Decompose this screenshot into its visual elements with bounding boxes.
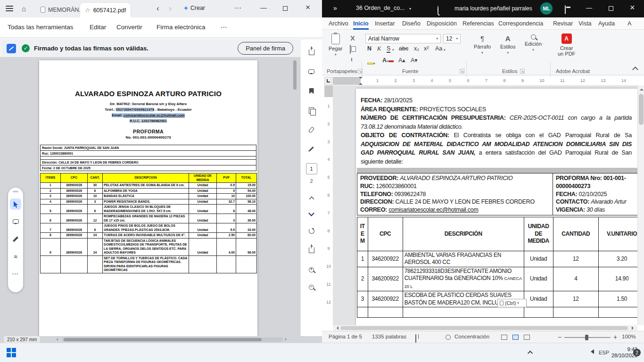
underline-options-icon[interactable]: ▾ (392, 48, 394, 52)
zoom-level[interactable]: 100% (622, 334, 636, 339)
signature-panel-icon[interactable] (7, 44, 16, 53)
scroll-right-icon[interactable]: › (285, 336, 287, 342)
hidden-icons-chevron[interactable] (528, 351, 533, 356)
scroll-left-icon[interactable] (335, 326, 339, 330)
grow-font-button[interactable]: A▴ (398, 57, 405, 64)
tab-selector[interactable] (324, 77, 332, 85)
clipboard-dialog-launcher[interactable]: ↘ (358, 69, 363, 74)
next-page-icon[interactable] (305, 206, 318, 220)
maximize-button[interactable] (283, 6, 288, 11)
scrollbar-thumb[interactable] (293, 60, 297, 90)
pdf-horizontal-scrollbar[interactable] (62, 337, 283, 342)
word-count[interactable]: 1335 palabras (372, 334, 406, 339)
tab-acrobat[interactable]: A (627, 17, 631, 30)
account-name[interactable]: maria lourdes peñafiel parrales (454, 5, 532, 12)
font-color-button[interactable]: A▾ (382, 56, 394, 64)
font-dialog-launcher[interactable]: ↘ (460, 69, 464, 74)
styles-gallery-button[interactable]: A Estilos ▾ (500, 34, 515, 55)
scroll-left-icon[interactable]: ‹ (57, 336, 58, 342)
scrollbar-thumb[interactable] (340, 326, 628, 330)
font-name-select[interactable]: Arial Narrow▾ (365, 34, 441, 43)
notification-badge[interactable]: 2 (633, 349, 641, 356)
text-highlight-button[interactable]: ▾ (367, 58, 375, 66)
word-horizontal-scrollbar[interactable] (333, 325, 637, 331)
attachments-icon[interactable] (305, 123, 318, 136)
web-layout-icon[interactable] (524, 335, 530, 340)
create-button[interactable]: + Crear (184, 4, 205, 12)
close-button[interactable]: × (305, 3, 310, 12)
tab-revisar[interactable]: Revisar (553, 17, 573, 30)
read-mode-icon[interactable] (501, 335, 507, 340)
paragraph-group-button[interactable]: ¶ Párrafo ▾ (474, 34, 491, 55)
word-page[interactable]: FECHA: 28/10/2025 ÁREA REQUIRENTE: PROYE… (356, 89, 637, 325)
comment-tool[interactable] (10, 216, 21, 227)
title-dropdown-icon[interactable]: ▾ (409, 7, 411, 11)
select-tool[interactable] (10, 198, 21, 210)
italic-button[interactable]: K (377, 45, 381, 52)
back-icon[interactable]: ‹ (157, 4, 159, 13)
first-line-indent-marker[interactable] (359, 77, 363, 81)
menu-icon[interactable] (6, 6, 13, 11)
zoom-in-button[interactable]: + (613, 333, 617, 341)
horizontal-ruler[interactable]: 1 2 3 4 5 6 7 8 9 10 11 12 13 14 (333, 77, 637, 85)
minimize-button[interactable]: — (260, 4, 267, 11)
collapse-ribbon-icon[interactable] (632, 66, 638, 73)
tab-vista[interactable]: Vista (578, 17, 592, 30)
start-button[interactable] (3, 345, 20, 361)
tab-inicio[interactable]: Inicio (353, 17, 369, 30)
styles-dialog-launcher[interactable]: ↘ (520, 69, 525, 74)
word-vertical-scrollbar[interactable] (637, 85, 644, 325)
quick-access-overflow-icon[interactable]: » (333, 4, 337, 12)
change-case-button[interactable]: Aa (435, 45, 442, 52)
tab-insertar[interactable]: Insertar (375, 17, 395, 30)
tab-diseno[interactable]: Diseño (402, 17, 421, 30)
export-pdf-icon[interactable] (305, 46, 318, 59)
more-options-icon[interactable]: ⋯ (234, 4, 242, 12)
pdf-vertical-scrollbar[interactable] (293, 59, 297, 335)
tab-archivo[interactable]: Archivo (329, 17, 348, 30)
convert-menu[interactable]: Convertir (116, 24, 142, 31)
volume-icon[interactable] (588, 349, 594, 354)
all-tools-menu[interactable]: Todas las herramientas (8, 24, 74, 31)
zoom-slider-thumb[interactable] (585, 335, 588, 340)
tab-ayuda[interactable]: Ayuda (598, 17, 615, 30)
page-indicator[interactable]: Página 1 de 5 (329, 334, 362, 339)
bookmarks-icon[interactable] (305, 84, 318, 98)
tab-referencias[interactable]: Referencias (462, 17, 494, 30)
avatar[interactable]: ML (540, 2, 553, 15)
current-page-field[interactable]: 1 (306, 163, 317, 174)
signatures-icon[interactable] (305, 142, 318, 156)
zoom-in-icon[interactable]: + (305, 263, 318, 276)
share-icon[interactable] (305, 244, 318, 257)
signature-panel-button[interactable]: Panel de firma (238, 42, 293, 55)
zoom-out-icon[interactable]: − (305, 280, 318, 294)
draw-tool[interactable]: ≈ (10, 251, 21, 262)
subscript-button[interactable]: x₂ (414, 45, 419, 52)
edit-menu[interactable]: Editar (90, 24, 106, 31)
editing-group-button[interactable]: Edición ▾ (525, 34, 542, 52)
palette-handle[interactable] (13, 191, 18, 192)
tab-active-pdf[interactable]: ☆ 6057412.pdf (80, 3, 131, 17)
bold-button[interactable]: N (367, 45, 372, 52)
create-pdf-button[interactable]: A Crear un PDF (558, 33, 575, 57)
underline-button[interactable]: S (387, 45, 390, 53)
scroll-right-icon[interactable] (632, 326, 636, 330)
page-thumbnails-icon[interactable] (305, 104, 318, 117)
forward-icon[interactable]: › (169, 4, 172, 13)
star-icon[interactable]: ☆ (85, 7, 91, 14)
scrollbar-thumb[interactable] (64, 338, 262, 341)
tab-correspondencia[interactable]: Correspondencia (498, 17, 543, 30)
toolbar-more-icon[interactable]: ⋯ (221, 23, 228, 31)
font-size-select[interactable]: 12▾ (443, 34, 461, 43)
paste-options-chip[interactable]: (Ctrl) ▾ (497, 299, 527, 307)
esign-menu[interactable]: Firma electrónica (157, 24, 206, 31)
strikethrough-button[interactable]: abc (399, 45, 408, 52)
next-page-number[interactable]: 2 (310, 178, 313, 184)
comment-panel-icon[interactable] (305, 65, 318, 78)
focus-mode-button[interactable]: Concentración (454, 334, 489, 339)
vertical-ruler[interactable]: 1 2 3 4 5 6 7 8 9 10 11 12 (324, 85, 333, 325)
paste-button[interactable]: Pegar ▾ (329, 33, 342, 57)
document-title[interactable]: 36 Orden_de_co... (356, 5, 405, 11)
zoom-out-button[interactable]: − (558, 333, 561, 341)
shrink-font-button[interactable]: A▾ (411, 57, 418, 64)
